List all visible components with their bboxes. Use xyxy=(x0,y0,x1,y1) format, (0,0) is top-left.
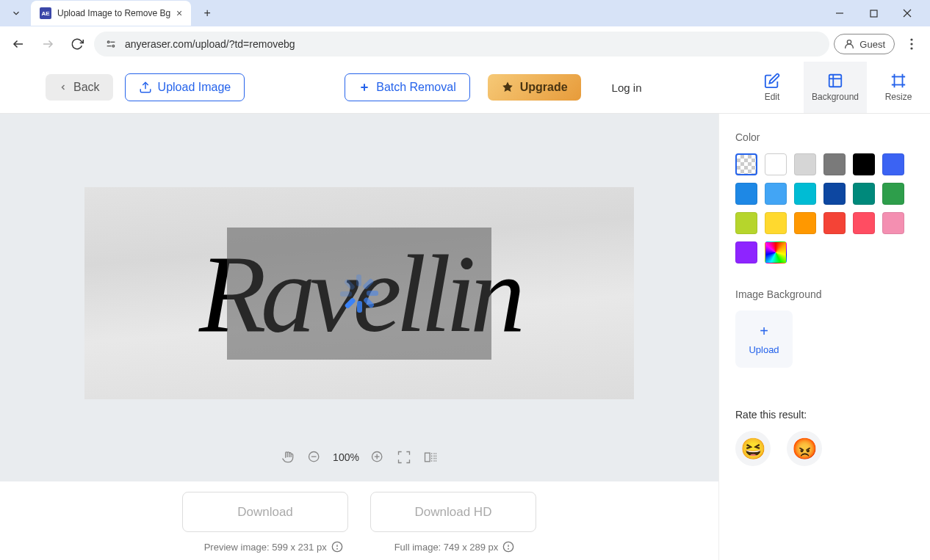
color-swatch-lime[interactable] xyxy=(735,212,757,234)
fullscreen-button[interactable] xyxy=(396,449,412,465)
color-swatch-red[interactable] xyxy=(823,212,846,234)
guest-label: Guest xyxy=(859,39,885,50)
favicon: AE xyxy=(40,7,51,19)
svg-point-13 xyxy=(910,47,912,49)
color-grid xyxy=(735,153,914,263)
color-swatch-transparent[interactable] xyxy=(735,153,757,175)
loading-overlay xyxy=(227,228,491,360)
tab-bar: AE Upload Image to Remove Bg × + xyxy=(0,0,930,26)
rate-angry-button[interactable]: 😡 xyxy=(787,431,822,466)
color-swatch-yellow[interactable] xyxy=(765,212,787,234)
plus-icon: + xyxy=(760,323,768,340)
color-swatch-rainbow[interactable] xyxy=(765,241,787,263)
svg-point-35 xyxy=(508,548,509,549)
svg-point-6 xyxy=(107,41,109,43)
zoom-in-button[interactable] xyxy=(370,449,386,465)
download-button[interactable]: Download xyxy=(182,492,348,532)
url-text: anyeraser.com/upload/?td=removebg xyxy=(125,38,295,50)
image-preview[interactable]: Ravellin xyxy=(84,187,634,399)
rate-row: 😆 😡 xyxy=(735,431,914,466)
zoom-controls: 100% xyxy=(280,449,439,465)
minimize-button[interactable] xyxy=(823,1,857,26)
spinner-icon xyxy=(339,273,380,314)
svg-rect-1 xyxy=(870,10,877,17)
back-label: Back xyxy=(73,81,100,94)
window-controls xyxy=(823,1,924,26)
tab-close-icon[interactable]: × xyxy=(176,7,182,19)
svg-point-11 xyxy=(910,38,912,40)
maximize-button[interactable] xyxy=(857,1,890,26)
color-section-label: Color xyxy=(735,131,914,143)
edit-tool[interactable]: Edit xyxy=(740,62,804,113)
color-swatch-emerald[interactable] xyxy=(882,183,904,205)
image-bg-section-label: Image Background xyxy=(735,288,914,300)
back-nav-button[interactable]: Back xyxy=(46,74,113,101)
svg-point-32 xyxy=(336,548,337,549)
header-tools: Edit Background Resize xyxy=(740,62,930,113)
upload-image-label: Upload Image xyxy=(158,81,231,94)
back-button[interactable] xyxy=(6,32,31,57)
rate-section-label: Rate this result: xyxy=(735,409,914,421)
color-swatch-light-gray[interactable] xyxy=(794,153,816,175)
svg-point-8 xyxy=(112,45,115,47)
upgrade-label: Upgrade xyxy=(520,81,568,94)
batch-removal-button[interactable]: Batch Removal xyxy=(345,73,470,101)
full-size-meta: Full image: 749 x 289 px xyxy=(394,541,515,553)
color-swatch-pink-red[interactable] xyxy=(853,212,875,234)
compare-button[interactable] xyxy=(422,449,439,465)
rate-happy-button[interactable]: 😆 xyxy=(735,431,771,466)
color-swatch-blue[interactable] xyxy=(882,153,904,175)
tab-title: Upload Image to Remove Bg xyxy=(57,8,170,18)
url-bar[interactable]: anyeraser.com/upload/?td=removebg xyxy=(94,32,829,57)
color-swatch-black[interactable] xyxy=(853,153,875,175)
svg-rect-17 xyxy=(829,75,842,87)
color-swatch-navy[interactable] xyxy=(823,183,846,205)
batch-removal-label: Batch Removal xyxy=(376,81,456,94)
tab-search-button[interactable] xyxy=(6,3,26,23)
site-settings-icon[interactable] xyxy=(104,37,118,51)
pan-hand-icon[interactable] xyxy=(280,449,296,465)
preview-size-meta: Preview image: 599 x 231 px xyxy=(204,541,343,553)
close-window-button[interactable] xyxy=(890,1,924,26)
svg-point-12 xyxy=(910,43,912,45)
svg-rect-20 xyxy=(895,77,903,85)
reload-button[interactable] xyxy=(65,32,90,57)
new-tab-button[interactable]: + xyxy=(197,3,217,23)
color-swatch-white[interactable] xyxy=(765,153,787,175)
color-swatch-gray[interactable] xyxy=(823,153,846,175)
sidebar: Color Image Background + Upload Rate thi… xyxy=(718,114,930,560)
zoom-out-button[interactable] xyxy=(306,449,322,465)
resize-tool[interactable]: Resize xyxy=(867,62,930,113)
canvas-area: Ravellin 100% Download Download HD Pre xyxy=(0,114,718,560)
color-swatch-teal[interactable] xyxy=(794,183,816,205)
login-link[interactable]: Log in xyxy=(612,81,642,94)
browser-tab[interactable]: AE Upload Image to Remove Bg × xyxy=(31,1,191,26)
upload-image-button[interactable]: Upload Image xyxy=(125,73,245,101)
forward-button[interactable] xyxy=(35,32,60,57)
resize-tool-label: Resize xyxy=(885,92,912,102)
edit-tool-label: Edit xyxy=(765,92,780,102)
color-swatch-orange[interactable] xyxy=(794,212,816,234)
profile-badge[interactable]: Guest xyxy=(834,34,895,54)
main-area: Ravellin 100% Download Download HD Pre xyxy=(0,114,930,560)
svg-point-10 xyxy=(848,40,851,44)
color-swatch-green[interactable] xyxy=(853,183,875,205)
zoom-percentage: 100% xyxy=(333,451,359,463)
color-swatch-light-blue[interactable] xyxy=(765,183,787,205)
upload-background-card[interactable]: + Upload xyxy=(735,310,793,368)
color-swatch-purple[interactable] xyxy=(735,241,757,263)
download-bar: Download Download HD Preview image: 599 … xyxy=(0,481,718,560)
upgrade-button[interactable]: Upgrade xyxy=(488,74,581,101)
upload-bg-label: Upload xyxy=(749,344,779,355)
browser-chrome: AE Upload Image to Remove Bg × + anyeras… xyxy=(0,0,930,62)
address-bar: anyeraser.com/upload/?td=removebg Guest xyxy=(0,26,930,62)
background-tool[interactable]: Background xyxy=(804,62,867,113)
svg-rect-26 xyxy=(425,453,430,462)
info-icon[interactable] xyxy=(331,541,343,553)
browser-menu-button[interactable] xyxy=(899,32,924,57)
download-hd-button[interactable]: Download HD xyxy=(370,492,536,532)
background-tool-label: Background xyxy=(812,92,859,102)
color-swatch-sky-blue[interactable] xyxy=(735,183,757,205)
info-icon[interactable] xyxy=(502,541,514,553)
color-swatch-pink[interactable] xyxy=(882,212,904,234)
